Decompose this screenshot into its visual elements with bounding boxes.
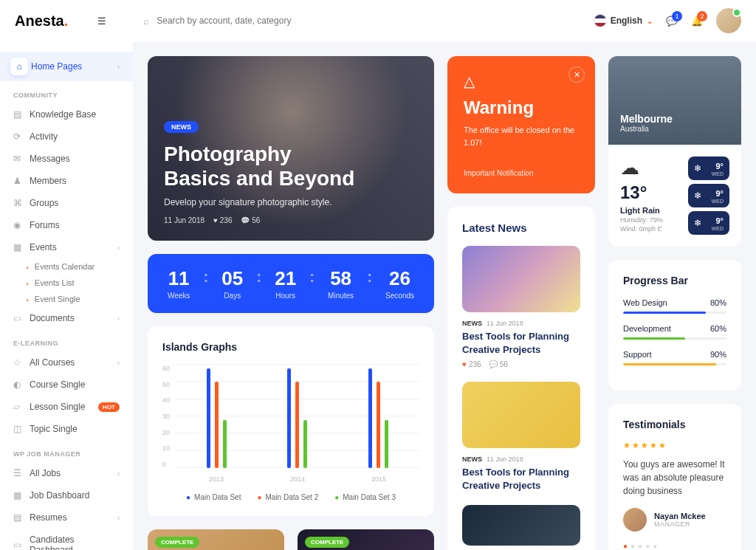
news-image bbox=[462, 505, 580, 546]
nav-all-courses[interactable]: ☆All Courses› bbox=[0, 351, 133, 374]
complete-badge: COMPLETE bbox=[305, 537, 349, 548]
news-card: Latest News NEWS11 Jun 2018 Best Tools f… bbox=[447, 207, 595, 550]
forum-icon: ◉ bbox=[13, 220, 30, 230]
news-item[interactable]: NEWS11 Jun 2018 Best Tools for Planning … bbox=[462, 246, 580, 368]
notifications-button[interactable]: 🔔2 bbox=[691, 16, 703, 27]
chart-yaxis: 6050403020100 bbox=[162, 365, 176, 483]
hero-meta: 11 Jun 2018 ♥ 236 💬 56 bbox=[164, 216, 418, 224]
user-icon: ♟ bbox=[13, 176, 30, 186]
language-label: English bbox=[611, 16, 642, 26]
menu-toggle[interactable]: ☰ bbox=[97, 16, 106, 27]
nav-job-dashboard[interactable]: ▦Job Dashboard bbox=[0, 484, 133, 506]
flag-icon bbox=[594, 15, 606, 27]
hero-subtitle: Develop your signature photographic styl… bbox=[164, 197, 418, 207]
notifications-badge: 2 bbox=[697, 11, 707, 21]
forecast-day: ❄9°WED bbox=[688, 184, 729, 207]
testimonial-name: Nayan Mckee bbox=[654, 512, 706, 520]
nav-messages[interactable]: ✉Messages bbox=[0, 148, 133, 170]
calendar-icon: ▦ bbox=[13, 242, 30, 252]
bar-group bbox=[287, 365, 307, 468]
hero-title: PhotographyBasics and Beyond bbox=[164, 142, 418, 191]
nav-knowledge-base[interactable]: ▤Knowledge Base bbox=[0, 103, 133, 126]
nav-home-pages[interactable]: ⌂Home Pages› bbox=[0, 52, 133, 81]
nav-resumes[interactable]: ▤Resumes› bbox=[0, 506, 133, 529]
resume-icon: ▤ bbox=[13, 512, 30, 523]
chevron-right-icon: › bbox=[117, 514, 120, 522]
course-card-1[interactable]: COMPLETE bbox=[148, 529, 284, 550]
nav-topic-single[interactable]: ◫Topic Single bbox=[0, 418, 133, 440]
progress-card: Progress Bar Web Design80%Development60%… bbox=[608, 260, 741, 391]
lesson-icon: ▱ bbox=[13, 402, 30, 412]
carousel-dots[interactable]: ●●●●● bbox=[623, 542, 726, 550]
course-icon: ◐ bbox=[13, 379, 30, 390]
chevron-right-icon: › bbox=[117, 359, 120, 367]
warning-icon: △ bbox=[464, 72, 579, 90]
nav-documents[interactable]: ▭Documents› bbox=[0, 307, 133, 329]
nav-events-calendar[interactable]: Events Calendar bbox=[27, 258, 133, 275]
hero-card[interactable]: NEWS PhotographyBasics and Beyond Develo… bbox=[148, 56, 434, 241]
countdown-card: 11Weeks:05Days:21Hours:58Minutes:26Secon… bbox=[148, 254, 434, 313]
dashboard-icon: ▦ bbox=[13, 490, 30, 501]
message-icon: ✉ bbox=[13, 154, 30, 164]
countdown-minutes: 58Minutes bbox=[328, 267, 354, 300]
hero-tag: NEWS bbox=[164, 121, 199, 133]
user-avatar[interactable] bbox=[716, 8, 741, 33]
nav-course-single[interactable]: ◐Course Single bbox=[0, 374, 133, 396]
group-icon: ⌘ bbox=[13, 198, 30, 208]
progress-row: Support90% bbox=[623, 350, 726, 365]
chart-legend: Main Data Set Main Data Set 2 Main Data … bbox=[162, 493, 419, 501]
messages-badge: 1 bbox=[672, 11, 682, 21]
close-button[interactable]: ✕ bbox=[568, 66, 585, 83]
chevron-down-icon: ⌄ bbox=[647, 17, 653, 25]
progress-row: Web Design80% bbox=[623, 298, 726, 314]
testimonials-title: Testimonials bbox=[623, 419, 726, 430]
home-icon: ⌂ bbox=[10, 58, 28, 75]
bar-group bbox=[207, 365, 227, 468]
weather-forecast: ❄9°WED❄9°WED❄9°WED bbox=[688, 157, 729, 235]
chevron-right-icon: › bbox=[117, 314, 120, 323]
briefcase-icon: ☰ bbox=[13, 468, 30, 478]
section-community: COMMUNITY bbox=[0, 81, 133, 103]
warning-note: Important Notification bbox=[464, 169, 579, 177]
countdown-days: 05Days bbox=[221, 267, 243, 300]
chevron-right-icon: › bbox=[117, 63, 120, 71]
testimonials-card: Testimonials ★★★★★ You guys are awesome!… bbox=[608, 404, 741, 550]
cloud-icon: ☁ bbox=[620, 157, 681, 179]
brand-logo[interactable]: Anesta. bbox=[15, 13, 68, 30]
hot-badge: HOT bbox=[98, 402, 120, 412]
news-image bbox=[462, 246, 580, 312]
nav-forums[interactable]: ◉Forums bbox=[0, 214, 133, 236]
countdown-seconds: 26Seconds bbox=[385, 267, 414, 300]
search-icon: ⌕ bbox=[143, 16, 149, 27]
language-selector[interactable]: English ⌄ bbox=[594, 15, 653, 27]
warning-body: The office will be closed on the 1.07! bbox=[464, 124, 579, 148]
nav-all-jobs[interactable]: ☰All Jobs› bbox=[0, 462, 133, 484]
nav-event-single[interactable]: Event Single bbox=[27, 291, 133, 307]
nav-groups[interactable]: ⌘Groups bbox=[0, 192, 133, 214]
weather-now: ☁ 13° Light Rain Humidity: 79% Wind: 0mp… bbox=[620, 157, 681, 235]
countdown-hours: 21Hours bbox=[275, 267, 296, 300]
nav-members[interactable]: ♟Members bbox=[0, 170, 133, 192]
warning-title: Warning bbox=[464, 97, 579, 118]
search-input[interactable] bbox=[157, 16, 348, 26]
activity-icon: ⟳ bbox=[13, 131, 30, 142]
chart-plot: 201320142015 bbox=[176, 365, 419, 483]
messages-button[interactable]: 💬1 bbox=[666, 16, 678, 27]
nav-lesson-single[interactable]: ▱Lesson SingleHOT bbox=[0, 396, 133, 418]
nav-candidates[interactable]: ▭Candidates Dashboard bbox=[0, 529, 133, 550]
complete-badge: COMPLETE bbox=[155, 537, 199, 548]
news-item-title: Best Tools for Planning Creative Project… bbox=[462, 330, 580, 356]
document-icon: ▭ bbox=[13, 313, 30, 323]
id-icon: ▭ bbox=[13, 540, 30, 550]
progress-row: Development60% bbox=[623, 324, 726, 340]
bar-group bbox=[368, 365, 388, 468]
nav-events[interactable]: ▦Events› bbox=[0, 236, 133, 258]
news-image bbox=[462, 382, 580, 448]
course-card-2[interactable]: COMPLETE bbox=[298, 529, 434, 550]
weather-city: MelbourneAustralia bbox=[608, 56, 741, 145]
nav-events-list[interactable]: Events List bbox=[27, 275, 133, 291]
star-rating: ★★★★★ bbox=[623, 441, 726, 450]
weather-card: MelbourneAustralia ☁ 13° Light Rain Humi… bbox=[608, 56, 741, 247]
news-item[interactable]: NEWS11 Jun 2018 Best Tools for Planning … bbox=[462, 382, 580, 492]
nav-activity[interactable]: ⟳Activity bbox=[0, 126, 133, 148]
